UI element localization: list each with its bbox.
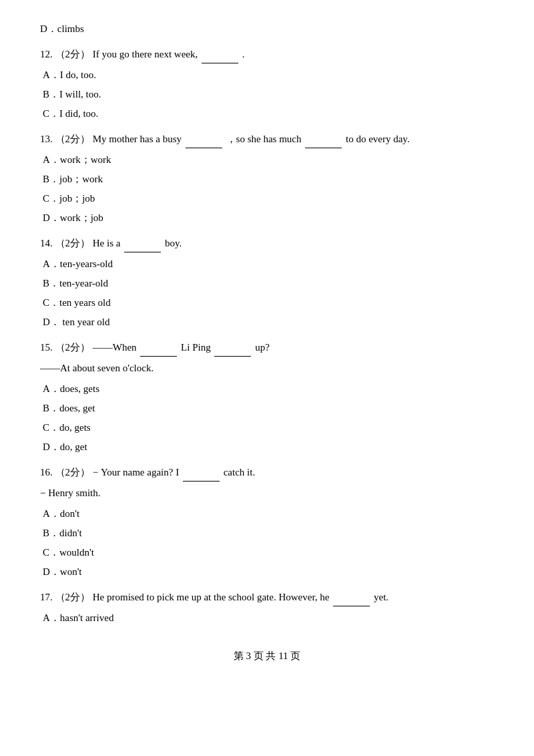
q16-number: 16. xyxy=(40,467,53,478)
q14-suffix: boy. xyxy=(165,238,182,248)
question-13-text: 13. （2分） My mother has a busy ，so she ha… xyxy=(40,130,494,148)
content-area: D．climbs 12. （2分） If you go there next w… xyxy=(40,20,494,627)
question-14-text: 14. （2分） He is a boy. xyxy=(40,234,494,252)
q13-points: （2分） xyxy=(55,134,91,144)
option-label: B．I will, too. xyxy=(43,89,101,100)
q16-blank xyxy=(183,463,220,482)
option-label: C．ten years old xyxy=(43,297,111,308)
q14-blank xyxy=(124,234,161,252)
q16-option-a: A．don't xyxy=(40,505,494,523)
q17-suffix: yet. xyxy=(374,592,388,602)
q13-content: My mother has a busy xyxy=(93,134,182,144)
q13-option-c: C．job；job xyxy=(40,190,494,208)
q15-dialog1-prefix: ——When xyxy=(93,342,137,353)
q16-line2: − Henry smith. xyxy=(40,488,101,498)
q16-line1-suffix: catch it. xyxy=(224,467,255,478)
q15-blank1 xyxy=(140,338,177,357)
q12-points: （2分） xyxy=(55,49,91,59)
q13-blank2 xyxy=(305,130,342,148)
option-label: B．job；work xyxy=(43,174,103,184)
q15-option-d: D．do, get xyxy=(40,438,494,456)
question-14: 14. （2分） He is a boy. A．ten-years-old B．… xyxy=(40,234,494,331)
q12-number: 12. xyxy=(40,49,53,59)
q14-option-c: C．ten years old xyxy=(40,294,494,312)
question-17-text: 17. （2分） He promised to pick me up at th… xyxy=(40,588,494,606)
q15-points: （2分） xyxy=(55,342,91,353)
option-label: B．ten-year-old xyxy=(43,278,108,289)
option-label: B．didn't xyxy=(43,528,82,538)
option-label: C．job；job xyxy=(43,193,95,204)
question-12: 12. （2分） If you go there next week, . A．… xyxy=(40,45,494,123)
q15-option-b: B．does, get xyxy=(40,399,494,417)
option-label: D． ten year old xyxy=(43,317,109,327)
q16-option-c: C．wouldn't xyxy=(40,544,494,562)
question-16-line2: − Henry smith. xyxy=(40,484,494,502)
q12-option-c: C．I did, too. xyxy=(40,105,494,123)
q12-content: If you go there next week, xyxy=(93,49,198,59)
option-label: A．don't xyxy=(43,508,79,519)
question-12-text: 12. （2分） If you go there next week, . xyxy=(40,45,494,63)
question-13: 13. （2分） My mother has a busy ，so she ha… xyxy=(40,130,494,227)
question-15-dialog2: ——At about seven o'clock. xyxy=(40,359,494,377)
q14-number: 14. xyxy=(40,238,53,248)
question-16: 16. （2分） − Your name again? I catch it. … xyxy=(40,463,494,581)
option-label: C．wouldn't xyxy=(43,547,94,558)
option-label: D．climbs xyxy=(40,23,84,34)
q14-content: He is a xyxy=(93,238,121,248)
page-number: 第 3 页 共 11 页 xyxy=(234,650,301,661)
q13-option-d: D．work；job xyxy=(40,209,494,227)
q15-number: 15. xyxy=(40,342,53,353)
q14-option-a: A．ten-years-old xyxy=(40,255,494,273)
question-17: 17. （2分） He promised to pick me up at th… xyxy=(40,588,494,627)
question-16-text: 16. （2分） − Your name again? I catch it. xyxy=(40,463,494,482)
option-label: D．do, get xyxy=(43,441,87,452)
q14-option-d: D． ten year old xyxy=(40,313,494,331)
option-label: A．ten-years-old xyxy=(43,258,113,269)
q15-dialog1-middle: Li Ping xyxy=(181,342,211,353)
option-d-climbs: D．climbs xyxy=(40,20,494,38)
option-label: A．I do, too. xyxy=(43,69,96,80)
q15-dialog1-suffix: up? xyxy=(255,342,270,353)
q14-option-b: B．ten-year-old xyxy=(40,274,494,293)
option-label: A．hasn't arrived xyxy=(43,612,113,623)
q17-points: （2分） xyxy=(55,592,91,602)
q12-suffix: . xyxy=(242,49,245,59)
q16-points: （2分） xyxy=(55,467,91,478)
q16-option-b: B．didn't xyxy=(40,524,494,542)
option-label: B．does, get xyxy=(43,403,95,413)
q13-suffix: to do every day. xyxy=(346,134,410,144)
q16-line1-prefix: − Your name again? I xyxy=(93,467,179,478)
q13-middle: ，so she has much xyxy=(226,134,302,144)
q14-points: （2分） xyxy=(55,238,91,248)
option-label: C．I did, too. xyxy=(43,108,98,119)
option-label: C．do, gets xyxy=(43,422,91,433)
option-label: A．work；work xyxy=(43,154,111,165)
q15-blank2 xyxy=(214,338,251,357)
q12-blank xyxy=(202,45,238,63)
page-footer: 第 3 页 共 11 页 xyxy=(40,647,494,665)
option-label: D．work；job xyxy=(43,212,103,223)
q17-content: He promised to pick me up at the school … xyxy=(93,592,330,602)
q13-option-a: A．work；work xyxy=(40,151,494,169)
q12-option-a: A．I do, too. xyxy=(40,66,494,84)
q17-number: 17. xyxy=(40,592,53,602)
q13-option-b: B．job；work xyxy=(40,170,494,188)
q15-option-c: C．do, gets xyxy=(40,419,494,437)
option-label: D．won't xyxy=(43,566,82,577)
q16-option-d: D．won't xyxy=(40,563,494,581)
q13-number: 13. xyxy=(40,134,53,144)
q15-dialog2: ——At about seven o'clock. xyxy=(40,363,154,373)
question-15: 15. （2分） ——When Li Ping up? ——At about s… xyxy=(40,338,494,456)
q12-option-b: B．I will, too. xyxy=(40,85,494,104)
option-label: A．does, gets xyxy=(43,383,99,394)
question-15-text: 15. （2分） ——When Li Ping up? xyxy=(40,338,494,357)
q15-option-a: A．does, gets xyxy=(40,380,494,398)
q13-blank1 xyxy=(186,130,222,148)
q17-blank xyxy=(333,588,370,606)
q17-option-a: A．hasn't arrived xyxy=(40,609,494,627)
